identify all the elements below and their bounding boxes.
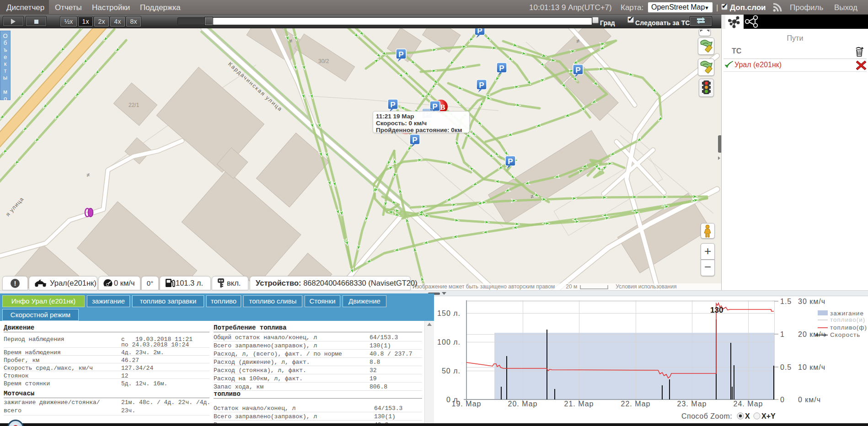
svg-text:P: P	[479, 81, 484, 90]
svg-text:P: P	[432, 102, 437, 111]
svg-text:100 л.: 100 л.	[437, 338, 461, 346]
svg-text:топливо(ф): топливо(ф)	[830, 324, 867, 331]
svg-text:P: P	[390, 101, 395, 109]
svg-text:1: 1	[780, 330, 785, 338]
svg-text:!: !	[14, 279, 16, 287]
svg-text:B: B	[440, 103, 445, 111]
svg-text:0.5: 0.5	[780, 363, 792, 371]
svg-text:≠: ≠	[86, 171, 90, 178]
svg-text:Скорость: Скорость	[830, 331, 860, 338]
svg-text:Способ Zoom:: Способ Zoom:	[681, 412, 732, 420]
svg-text:P: P	[499, 64, 504, 73]
svg-text:24. Мар: 24. Мар	[734, 400, 763, 408]
svg-text:50 л.: 50 л.	[442, 367, 461, 375]
svg-text:19. Мар: 19. Мар	[452, 400, 482, 408]
svg-text:22. Мар: 22. Мар	[621, 400, 651, 408]
svg-text:X+Y: X+Y	[761, 412, 776, 420]
svg-text:X: X	[745, 412, 750, 420]
svg-text:P: P	[477, 28, 482, 35]
svg-text:30 км/ч: 30 км/ч	[798, 298, 825, 305]
svg-text:30/2: 30/2	[318, 58, 329, 64]
svg-text:P: P	[575, 66, 580, 75]
svg-text:≠: ≠	[576, 37, 579, 44]
svg-text:130: 130	[710, 306, 723, 314]
svg-text:P: P	[412, 136, 417, 144]
svg-text:0: 0	[780, 396, 785, 404]
svg-text:22/1: 22/1	[129, 102, 139, 108]
svg-text:зажигание: зажигание	[830, 310, 864, 317]
svg-text:1.5: 1.5	[780, 298, 792, 305]
svg-text:21. Мар: 21. Мар	[564, 400, 594, 408]
svg-text:150 л.: 150 л.	[437, 309, 461, 317]
svg-text:23. Мар: 23. Мар	[677, 400, 707, 408]
svg-text:0 км/ч: 0 км/ч	[798, 396, 821, 404]
svg-text:20 км/ч: 20 км/ч	[798, 330, 825, 338]
svg-text:20. Мар: 20. Мар	[508, 400, 538, 408]
svg-text:10 км/ч: 10 км/ч	[798, 363, 825, 371]
svg-text:P: P	[508, 157, 513, 166]
svg-text:P: P	[398, 50, 403, 59]
svg-text:топливо(и): топливо(и)	[830, 316, 865, 323]
